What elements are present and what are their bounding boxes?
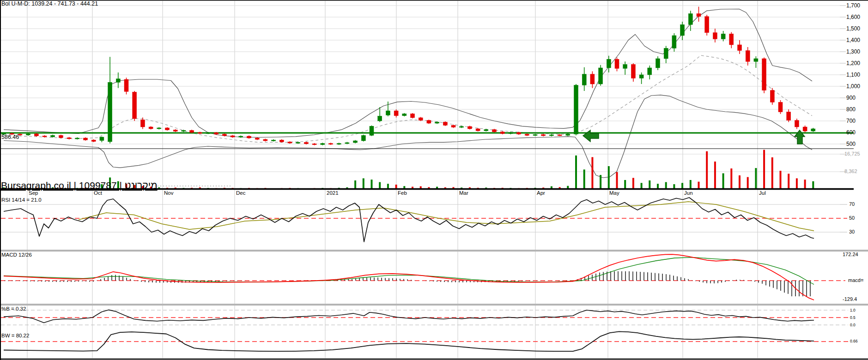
macd-panel-label: MACD 12/26 (1, 252, 32, 258)
macd-zero-label: macd= (848, 277, 863, 283)
macd-max-label: 172.24 (843, 252, 858, 257)
percent-b-tick-label: 0.5 (850, 315, 856, 320)
price-tick-label: 1,500 (846, 25, 860, 32)
rsi-tick-label: 30 (849, 229, 855, 234)
bursagraph-chart-window: Bol U-M-D: 1039.24 - 741.73 - 444.21 586… (0, 0, 868, 360)
rsi-tick-label: 50 (849, 215, 855, 221)
price-tick-label: 1,300 (846, 48, 860, 55)
rsi-tick-label: 70 (849, 201, 855, 207)
left-arrow-annotation (583, 130, 599, 142)
price-tick-label: 1,700 (846, 2, 860, 9)
volume-tick-label: 16,725 (844, 151, 860, 156)
price-tick-label: 900 (846, 95, 856, 101)
month-label: Mar (459, 190, 468, 196)
volume-tick-label: 8,362 (844, 168, 857, 174)
month-label: Apr (537, 190, 545, 196)
bw-panel-label: BW = 80.22 (1, 333, 29, 339)
price-tick-label: 800 (846, 106, 856, 113)
alert-price-label: 586.46 (1, 134, 19, 141)
month-label: Oct (94, 190, 102, 196)
price-tick-label: 500 (846, 141, 856, 147)
percent-b-tick-label: 0.0 (850, 323, 856, 327)
watermark-link[interactable]: Bursagraph.co.il | 1099787 | מיקרונט (1, 180, 158, 191)
price-tick-label: 700 (846, 118, 856, 124)
price-tick-label: 1,100 (846, 72, 860, 78)
rsi-panel-label: RSI 14/14 = 21.0 (1, 197, 42, 203)
macd-min-label: -129.4 (843, 296, 857, 302)
month-label: Feb (398, 190, 407, 196)
percent-b-panel-label: %B = 0.32 (1, 306, 26, 312)
bw-tick-label: 0.66 (850, 339, 858, 343)
month-label: Sep (29, 190, 38, 196)
price-tick-label: 1,000 (846, 83, 860, 90)
price-tick-label: 1,600 (846, 14, 860, 20)
month-label: Jul (759, 190, 766, 196)
bollinger-values-label: Bol U-M-D: 1039.24 - 741.73 - 444.21 (1, 1, 98, 7)
month-label: Dec (236, 190, 245, 196)
price-tick-label: 600 (846, 129, 856, 136)
month-label: May (609, 190, 619, 196)
month-label: Nov (164, 190, 173, 196)
month-label: Jun (684, 190, 693, 196)
price-tick-label: 1,200 (846, 60, 860, 66)
month-label: 2021 (327, 190, 339, 196)
percent-b-tick-label: 1.0 (850, 308, 856, 312)
price-tick-label: 1,400 (846, 37, 860, 43)
